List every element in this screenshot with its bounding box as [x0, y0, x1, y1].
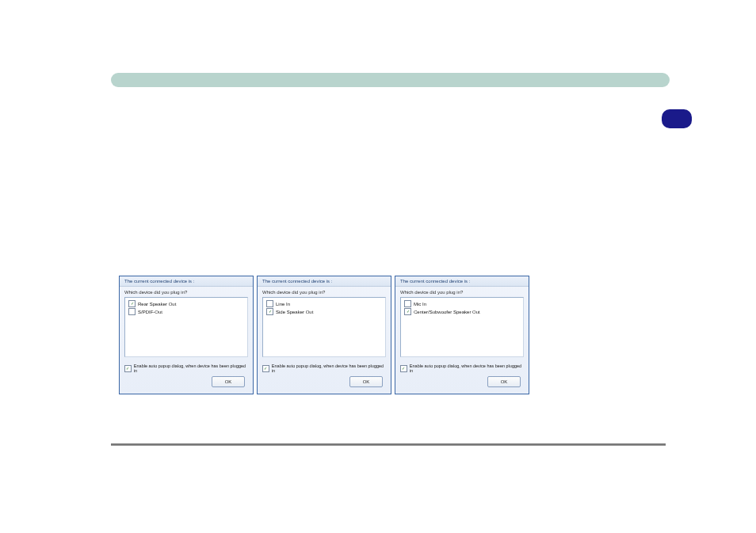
button-row: OK [124, 376, 248, 390]
prompt-text: Which device did you plug in? [124, 290, 248, 295]
button-row: OK [400, 376, 524, 390]
checkbox-icon[interactable] [400, 365, 407, 372]
option-row[interactable]: Mic In [404, 300, 520, 307]
header-banner [111, 73, 670, 87]
option-row[interactable]: Center/Subwoofer Speaker Out [404, 308, 520, 315]
checkbox-icon[interactable] [404, 300, 411, 307]
auto-popup-row[interactable]: Enable auto popup dialog, when device ha… [124, 362, 248, 376]
side-pill [662, 109, 692, 128]
checkbox-icon[interactable] [266, 300, 273, 307]
checkbox-icon[interactable] [266, 308, 273, 315]
auto-popup-label: Enable auto popup dialog, when device ha… [272, 364, 386, 373]
button-row: OK [262, 376, 386, 390]
checkbox-icon[interactable] [404, 308, 411, 315]
checkbox-icon[interactable] [262, 365, 269, 372]
ok-button[interactable]: OK [349, 376, 383, 387]
prompt-text: Which device did you plug in? [400, 290, 524, 295]
device-dialog-1: The current connected device is : Which … [119, 276, 254, 394]
option-row[interactable]: Rear Speaker Out [128, 300, 244, 307]
auto-popup-row[interactable]: Enable auto popup dialog, when device ha… [400, 362, 524, 376]
option-list: Line In Side Speaker Out [262, 297, 386, 357]
ok-button[interactable]: OK [487, 376, 521, 387]
dialog-title: The current connected device is : [120, 276, 253, 287]
dialog-title: The current connected device is : [258, 276, 391, 287]
option-label: Center/Subwoofer Speaker Out [414, 310, 480, 314]
prompt-text: Which device did you plug in? [262, 290, 386, 295]
option-list: Rear Speaker Out S/PDIF-Out [124, 297, 248, 357]
option-row[interactable]: Line In [266, 300, 382, 307]
option-label: Mic In [414, 302, 426, 306]
dialog-row: The current connected device is : Which … [119, 276, 529, 394]
option-label: Side Speaker Out [276, 310, 313, 314]
dialog-body: Which device did you plug in? Rear Speak… [120, 287, 253, 394]
option-list: Mic In Center/Subwoofer Speaker Out [400, 297, 524, 357]
checkbox-icon[interactable] [124, 365, 132, 372]
dialog-body: Which device did you plug in? Line In Si… [258, 287, 391, 394]
ok-button[interactable]: OK [212, 376, 245, 387]
auto-popup-row[interactable]: Enable auto popup dialog, when device ha… [262, 362, 386, 376]
checkbox-icon[interactable] [128, 308, 136, 315]
device-dialog-2: The current connected device is : Which … [257, 276, 391, 394]
auto-popup-label: Enable auto popup dialog, when device ha… [134, 364, 248, 373]
dialog-body: Which device did you plug in? Mic In Cen… [395, 287, 529, 394]
option-label: Rear Speaker Out [138, 302, 176, 306]
option-label: Line In [276, 302, 290, 306]
divider [111, 444, 666, 446]
option-row[interactable]: Side Speaker Out [266, 308, 382, 315]
auto-popup-label: Enable auto popup dialog, when device ha… [410, 364, 524, 373]
dialog-title: The current connected device is : [395, 276, 529, 287]
option-label: S/PDIF-Out [138, 310, 162, 314]
option-row[interactable]: S/PDIF-Out [128, 308, 244, 315]
checkbox-icon[interactable] [128, 300, 136, 307]
device-dialog-3: The current connected device is : Which … [395, 276, 529, 394]
